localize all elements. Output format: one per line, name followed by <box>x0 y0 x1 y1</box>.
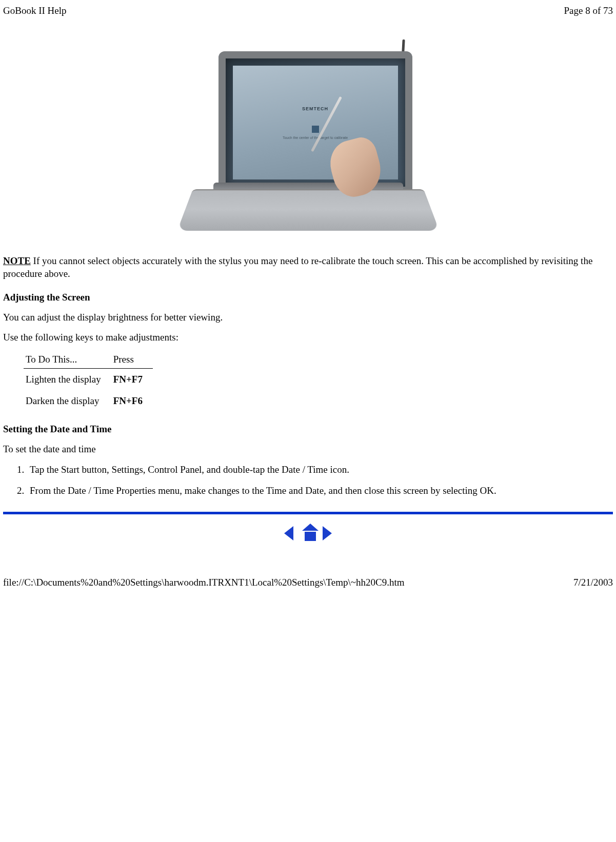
laptop-keyboard-base <box>177 189 439 231</box>
page-footer: file://C:\Documents%20and%20Settings\har… <box>0 577 616 592</box>
navigation-icons <box>3 526 613 541</box>
table-cell-action: Darken the display <box>24 390 111 412</box>
key-adjustment-table: To Do This... Press Lighten the display … <box>24 351 153 412</box>
adjust-p2: Use the following keys to make adjustmen… <box>3 331 613 344</box>
hand-icon <box>325 134 386 202</box>
table-header-row: To Do This... Press <box>24 351 153 369</box>
page-container: GoBook II Help Page 8 of 73 SEMTECH Touc… <box>0 0 616 577</box>
list-item: From the Date / Time Properties menu, ma… <box>27 484 613 497</box>
heading-adjusting-screen: Adjusting the Screen <box>3 291 613 304</box>
laptop-figure: SEMTECH Touch the center of the target t… <box>3 37 613 239</box>
table-cell-key: FN+F7 <box>111 369 153 391</box>
note-text: If you cannot select objects accurately … <box>3 255 592 279</box>
heading-date-time: Setting the Date and Time <box>3 423 613 436</box>
hand-with-stylus <box>321 119 388 196</box>
home-body-icon <box>305 532 316 541</box>
laptop-illustration: SEMTECH Touch the center of the target t… <box>188 37 429 237</box>
list-item: Tap the Start button, Settings, Control … <box>27 463 613 476</box>
calibration-target-icon <box>312 126 319 133</box>
footer-path: file://C:\Documents%20and%20Settings\har… <box>3 577 405 588</box>
divider-bar <box>3 512 613 514</box>
datetime-steps: Tap the Start button, Settings, Control … <box>3 463 613 497</box>
footer-date: 7/21/2003 <box>573 577 613 588</box>
table-header-press: Press <box>111 351 153 369</box>
previous-page-icon[interactable] <box>284 526 293 540</box>
note-paragraph: NOTE If you cannot select objects accura… <box>3 255 613 280</box>
page-indicator: Page 8 of 73 <box>564 5 613 16</box>
adjust-p1: You can adjust the display brightness fo… <box>3 311 613 324</box>
home-icon[interactable] <box>300 526 316 541</box>
datetime-intro: To set the date and time <box>3 443 613 456</box>
table-row: Darken the display FN+F6 <box>24 390 153 412</box>
table-header-action: To Do This... <box>24 351 111 369</box>
header-title: GoBook II Help <box>3 5 66 16</box>
page-header: GoBook II Help Page 8 of 73 <box>3 5 613 16</box>
table-row: Lighten the display FN+F7 <box>24 369 153 391</box>
next-page-icon[interactable] <box>323 526 332 540</box>
screen-logo: SEMTECH <box>302 106 328 111</box>
note-label: NOTE <box>3 255 31 266</box>
table-cell-key: FN+F6 <box>111 390 153 412</box>
table-cell-action: Lighten the display <box>24 369 111 391</box>
home-roof-icon <box>302 524 319 531</box>
